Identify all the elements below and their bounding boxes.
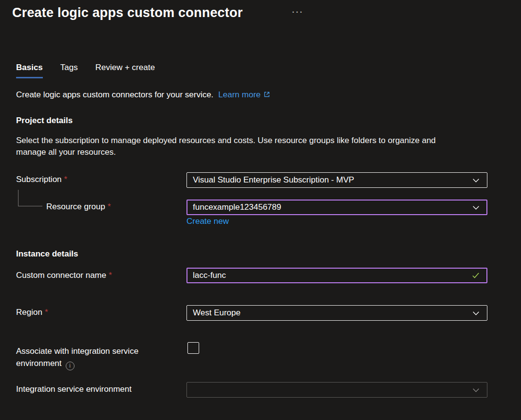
required-asterisk: * [109, 271, 112, 280]
connector-name-value: lacc-func [193, 271, 471, 280]
ise-label: Integration service environment [16, 384, 131, 394]
external-link-icon [263, 91, 271, 101]
region-dropdown[interactable]: West Europe [186, 305, 487, 321]
required-asterisk: * [64, 175, 68, 184]
region-label: Region* [16, 308, 48, 317]
page-title: Create logic apps custom connector [12, 5, 242, 20]
chevron-down-icon [472, 176, 480, 184]
project-details-description: Select the subscription to manage deploy… [16, 135, 466, 158]
valid-checkmark-icon [471, 271, 480, 280]
tab-review-create[interactable]: Review + create [95, 63, 155, 78]
subscription-dropdown[interactable]: Visual Studio Enterprise Subscription - … [186, 172, 487, 188]
more-options-button[interactable]: ··· [292, 8, 304, 16]
project-details-heading: Project details [16, 116, 73, 126]
region-value: West Europe [193, 308, 472, 318]
tab-basics[interactable]: Basics [16, 63, 43, 78]
connector-name-label: Custom connector name* [16, 271, 112, 280]
ise-dropdown [186, 382, 487, 398]
intro-text: Create logic apps custom connectors for … [16, 90, 213, 99]
instance-details-heading: Instance details [16, 249, 78, 259]
resource-group-label: Resource group* [46, 202, 111, 212]
create-new-link[interactable]: Create new [186, 217, 229, 226]
tree-connector-line [18, 190, 42, 206]
create-logic-apps-custom-connector-page: Create logic apps custom connector ··· B… [0, 0, 521, 420]
associate-ise-checkbox[interactable] [187, 342, 199, 354]
learn-more-link[interactable]: Learn more [218, 90, 260, 99]
info-icon[interactable]: i [66, 362, 74, 370]
associate-ise-label: Associate with integration service envir… [16, 345, 152, 370]
intro-line: Create logic apps custom connectors for … [16, 90, 271, 101]
required-asterisk: * [108, 202, 111, 211]
resource-group-dropdown[interactable]: funcexample123456789 [186, 200, 487, 215]
subscription-label: Subscription* [16, 175, 67, 184]
subscription-value: Visual Studio Enterprise Subscription - … [193, 175, 472, 185]
tab-tags[interactable]: Tags [60, 63, 78, 78]
tab-bar: Basics Tags Review + create [16, 63, 155, 78]
resource-group-value: funcexample123456789 [193, 202, 472, 212]
chevron-down-icon [472, 309, 480, 317]
connector-name-input[interactable]: lacc-func [186, 268, 487, 283]
chevron-down-icon [472, 203, 480, 212]
chevron-down-icon [472, 386, 480, 394]
required-asterisk: * [45, 308, 48, 317]
